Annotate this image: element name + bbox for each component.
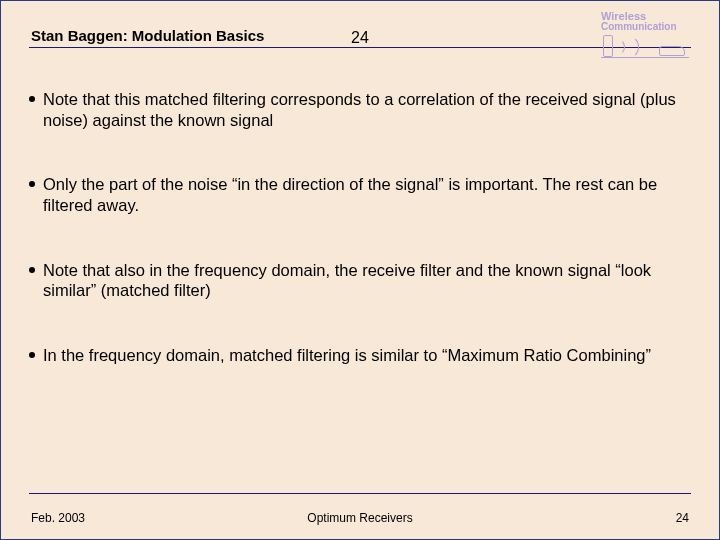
bullet-item: In the frequency domain, matched filteri… [29,345,691,366]
header-title: Stan Baggen: Modulation Basics [31,27,264,44]
bullet-item: Only the part of the noise “in the direc… [29,174,691,215]
bullet-dot-icon [29,181,35,187]
bullet-item: Note that also in the frequency domain, … [29,260,691,301]
footer: Feb. 2003 Optimum Receivers 24 [1,501,719,525]
slide: Stan Baggen: Modulation Basics 24 Wirele… [0,0,720,540]
bullet-text: Only the part of the noise “in the direc… [43,174,691,215]
wireless-communication-logo: Wireless Communication [601,11,691,55]
logo-text-line2: Communication [601,22,691,32]
header: Stan Baggen: Modulation Basics 24 Wirele… [1,1,719,65]
bullet-item: Note that this matched filtering corresp… [29,89,691,130]
header-rule [29,47,691,48]
content: Note that this matched filtering corresp… [1,65,719,365]
logo-text: Wireless Communication [601,11,691,32]
header-page-number: 24 [351,29,369,47]
logo-art-icon [601,34,689,58]
bullet-text: Note that this matched filtering corresp… [43,89,691,130]
bullet-dot-icon [29,352,35,358]
bullet-dot-icon [29,267,35,273]
footer-page-number: 24 [676,511,689,525]
footer-title: Optimum Receivers [1,511,719,525]
footer-rule [29,493,691,494]
bullet-dot-icon [29,96,35,102]
bullet-text: Note that also in the frequency domain, … [43,260,691,301]
bullet-text: In the frequency domain, matched filteri… [43,345,691,366]
